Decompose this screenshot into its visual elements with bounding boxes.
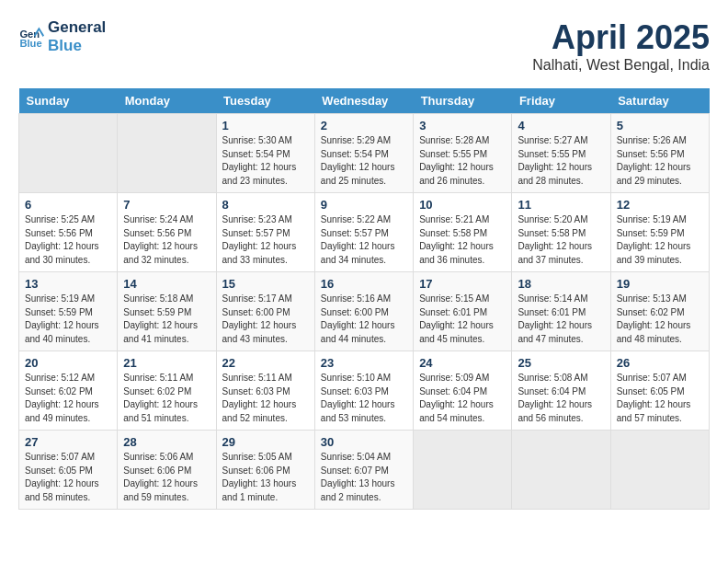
calendar-cell xyxy=(512,431,610,510)
calendar-cell: 20Sunrise: 5:12 AM Sunset: 6:02 PM Dayli… xyxy=(19,351,118,431)
main-title: April 2025 xyxy=(532,18,710,57)
day-number: 5 xyxy=(617,119,703,132)
calendar-week-4: 20Sunrise: 5:12 AM Sunset: 6:02 PM Dayli… xyxy=(19,351,710,431)
calendar-cell: 18Sunrise: 5:14 AM Sunset: 6:01 PM Dayli… xyxy=(512,272,610,351)
day-info: Sunrise: 5:05 AM Sunset: 6:06 PM Dayligh… xyxy=(222,451,309,504)
day-info: Sunrise: 5:22 AM Sunset: 5:57 PM Dayligh… xyxy=(321,213,407,267)
calendar-cell: 7Sunrise: 5:24 AM Sunset: 5:56 PM Daylig… xyxy=(118,193,216,272)
day-info: Sunrise: 5:13 AM Sunset: 6:02 PM Dayligh… xyxy=(617,293,703,346)
svg-text:Blue: Blue xyxy=(19,39,41,50)
weekday-header-monday: Monday xyxy=(118,88,216,114)
calendar-cell: 4Sunrise: 5:27 AM Sunset: 5:55 PM Daylig… xyxy=(512,114,610,193)
calendar-cell: 6Sunrise: 5:25 AM Sunset: 5:56 PM Daylig… xyxy=(19,193,118,272)
day-info: Sunrise: 5:21 AM Sunset: 5:58 PM Dayligh… xyxy=(419,213,506,267)
day-number: 29 xyxy=(222,435,309,449)
day-info: Sunrise: 5:28 AM Sunset: 5:55 PM Dayligh… xyxy=(419,134,506,188)
calendar-cell: 3Sunrise: 5:28 AM Sunset: 5:55 PM Daylig… xyxy=(414,114,512,193)
calendar-cell: 28Sunrise: 5:06 AM Sunset: 6:06 PM Dayli… xyxy=(118,431,216,510)
weekday-header-friday: Friday xyxy=(512,88,610,114)
day-info: Sunrise: 5:09 AM Sunset: 6:04 PM Dayligh… xyxy=(419,372,506,425)
calendar-cell xyxy=(19,114,118,193)
weekday-header-tuesday: Tuesday xyxy=(216,88,314,114)
calendar-cell: 13Sunrise: 5:19 AM Sunset: 5:59 PM Dayli… xyxy=(19,272,118,351)
day-number: 15 xyxy=(222,277,309,291)
calendar-week-3: 13Sunrise: 5:19 AM Sunset: 5:59 PM Dayli… xyxy=(19,272,710,351)
day-info: Sunrise: 5:10 AM Sunset: 6:03 PM Dayligh… xyxy=(321,372,407,425)
day-info: Sunrise: 5:19 AM Sunset: 5:59 PM Dayligh… xyxy=(617,213,703,267)
day-number: 24 xyxy=(419,356,506,370)
day-info: Sunrise: 5:19 AM Sunset: 5:59 PM Dayligh… xyxy=(25,293,111,346)
day-number: 13 xyxy=(25,277,111,291)
day-number: 18 xyxy=(518,277,604,291)
calendar-cell: 10Sunrise: 5:21 AM Sunset: 5:58 PM Dayli… xyxy=(414,193,512,272)
day-info: Sunrise: 5:12 AM Sunset: 6:02 PM Dayligh… xyxy=(25,372,111,425)
calendar-cell: 14Sunrise: 5:18 AM Sunset: 5:59 PM Dayli… xyxy=(118,272,216,351)
day-number: 16 xyxy=(321,277,407,291)
day-info: Sunrise: 5:07 AM Sunset: 6:05 PM Dayligh… xyxy=(25,451,111,504)
day-number: 2 xyxy=(321,119,407,132)
calendar-cell: 9Sunrise: 5:22 AM Sunset: 5:57 PM Daylig… xyxy=(314,193,413,272)
calendar-cell: 22Sunrise: 5:11 AM Sunset: 6:03 PM Dayli… xyxy=(216,351,314,431)
day-number: 8 xyxy=(222,198,309,212)
day-info: Sunrise: 5:14 AM Sunset: 6:01 PM Dayligh… xyxy=(518,293,604,346)
day-number: 12 xyxy=(617,198,703,212)
calendar-cell: 1Sunrise: 5:30 AM Sunset: 5:54 PM Daylig… xyxy=(216,114,314,193)
calendar-cell: 23Sunrise: 5:10 AM Sunset: 6:03 PM Dayli… xyxy=(314,351,413,431)
sub-title: Nalhati, West Bengal, India xyxy=(532,57,710,74)
day-number: 20 xyxy=(25,356,111,370)
calendar-cell: 25Sunrise: 5:08 AM Sunset: 6:04 PM Dayli… xyxy=(512,351,610,431)
weekday-header-wednesday: Wednesday xyxy=(314,88,413,114)
day-info: Sunrise: 5:20 AM Sunset: 5:58 PM Dayligh… xyxy=(518,213,604,267)
calendar-cell: 16Sunrise: 5:16 AM Sunset: 6:00 PM Dayli… xyxy=(314,272,413,351)
day-info: Sunrise: 5:08 AM Sunset: 6:04 PM Dayligh… xyxy=(518,372,604,425)
calendar-cell: 5Sunrise: 5:26 AM Sunset: 5:56 PM Daylig… xyxy=(610,114,709,193)
day-number: 17 xyxy=(419,277,506,291)
day-info: Sunrise: 5:15 AM Sunset: 6:01 PM Dayligh… xyxy=(419,293,506,346)
day-number: 21 xyxy=(123,356,210,370)
calendar-cell: 24Sunrise: 5:09 AM Sunset: 6:04 PM Dayli… xyxy=(414,351,512,431)
day-number: 7 xyxy=(123,198,210,212)
calendar-week-2: 6Sunrise: 5:25 AM Sunset: 5:56 PM Daylig… xyxy=(19,193,710,272)
day-info: Sunrise: 5:07 AM Sunset: 6:05 PM Dayligh… xyxy=(617,372,703,425)
calendar-week-1: 1Sunrise: 5:30 AM Sunset: 5:54 PM Daylig… xyxy=(19,114,710,193)
day-number: 27 xyxy=(25,435,111,449)
calendar-cell: 21Sunrise: 5:11 AM Sunset: 6:02 PM Dayli… xyxy=(118,351,216,431)
calendar-cell xyxy=(414,431,512,510)
day-number: 14 xyxy=(123,277,210,291)
calendar-cell: 27Sunrise: 5:07 AM Sunset: 6:05 PM Dayli… xyxy=(19,431,118,510)
weekday-header-saturday: Saturday xyxy=(610,88,709,114)
day-info: Sunrise: 5:25 AM Sunset: 5:56 PM Dayligh… xyxy=(25,213,111,267)
calendar-table: SundayMondayTuesdayWednesdayThursdayFrid… xyxy=(18,88,710,510)
calendar-cell: 15Sunrise: 5:17 AM Sunset: 6:00 PM Dayli… xyxy=(216,272,314,351)
day-info: Sunrise: 5:16 AM Sunset: 6:00 PM Dayligh… xyxy=(321,293,407,346)
day-number: 9 xyxy=(321,198,407,212)
calendar-cell: 11Sunrise: 5:20 AM Sunset: 5:58 PM Dayli… xyxy=(512,193,610,272)
day-info: Sunrise: 5:26 AM Sunset: 5:56 PM Dayligh… xyxy=(617,134,703,188)
calendar-cell xyxy=(118,114,216,193)
weekday-header-sunday: Sunday xyxy=(19,88,118,114)
calendar-cell: 17Sunrise: 5:15 AM Sunset: 6:01 PM Dayli… xyxy=(414,272,512,351)
calendar-cell: 2Sunrise: 5:29 AM Sunset: 5:54 PM Daylig… xyxy=(314,114,413,193)
day-number: 25 xyxy=(518,356,604,370)
day-info: Sunrise: 5:04 AM Sunset: 6:07 PM Dayligh… xyxy=(321,451,407,504)
day-info: Sunrise: 5:29 AM Sunset: 5:54 PM Dayligh… xyxy=(321,134,407,188)
logo-blue: Blue xyxy=(48,37,106,55)
weekday-header-row: SundayMondayTuesdayWednesdayThursdayFrid… xyxy=(19,88,710,114)
calendar-cell xyxy=(610,431,709,510)
calendar-cell: 19Sunrise: 5:13 AM Sunset: 6:02 PM Dayli… xyxy=(610,272,709,351)
day-info: Sunrise: 5:23 AM Sunset: 5:57 PM Dayligh… xyxy=(222,213,309,267)
day-info: Sunrise: 5:24 AM Sunset: 5:56 PM Dayligh… xyxy=(123,213,210,267)
day-number: 19 xyxy=(617,277,703,291)
day-info: Sunrise: 5:18 AM Sunset: 5:59 PM Dayligh… xyxy=(123,293,210,346)
calendar-week-5: 27Sunrise: 5:07 AM Sunset: 6:05 PM Dayli… xyxy=(19,431,710,510)
logo: Gen Blue General Blue xyxy=(18,18,106,56)
day-info: Sunrise: 5:11 AM Sunset: 6:03 PM Dayligh… xyxy=(222,372,309,425)
day-number: 28 xyxy=(123,435,210,449)
day-info: Sunrise: 5:30 AM Sunset: 5:54 PM Dayligh… xyxy=(222,134,309,188)
day-info: Sunrise: 5:27 AM Sunset: 5:55 PM Dayligh… xyxy=(518,134,604,188)
logo-general: General xyxy=(48,18,106,37)
calendar-cell: 29Sunrise: 5:05 AM Sunset: 6:06 PM Dayli… xyxy=(216,431,314,510)
weekday-header-thursday: Thursday xyxy=(414,88,512,114)
calendar-cell: 30Sunrise: 5:04 AM Sunset: 6:07 PM Dayli… xyxy=(314,431,413,510)
day-number: 22 xyxy=(222,356,309,370)
